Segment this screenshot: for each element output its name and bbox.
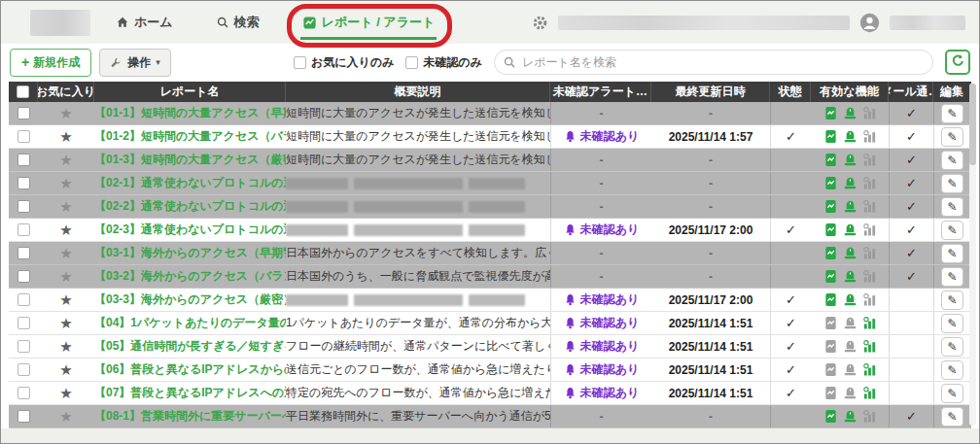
star-icon[interactable]: ★ bbox=[59, 199, 72, 214]
star-icon[interactable]: ★ bbox=[59, 129, 72, 144]
row-checkbox[interactable] bbox=[18, 270, 30, 283]
row-checkbox[interactable] bbox=[18, 107, 30, 120]
table-row[interactable]: ★【02-3】通常使わないプロトコルの通信未確認あり2025/11/17 2:0… bbox=[9, 219, 971, 242]
report-search-input[interactable] bbox=[494, 50, 933, 75]
star-icon[interactable]: ★ bbox=[59, 106, 72, 120]
row-select-cell[interactable] bbox=[9, 359, 38, 381]
row-checkbox[interactable] bbox=[18, 293, 30, 306]
star-icon[interactable]: ★ bbox=[59, 222, 72, 237]
gear-icon[interactable] bbox=[532, 15, 548, 31]
favorite-cell[interactable]: ★ bbox=[38, 312, 94, 334]
row-select-cell[interactable] bbox=[9, 102, 38, 124]
star-icon[interactable]: ★ bbox=[59, 176, 72, 190]
favorite-cell[interactable]: ★ bbox=[38, 382, 94, 404]
edit-button[interactable]: ✎ bbox=[941, 337, 963, 357]
row-checkbox[interactable] bbox=[18, 200, 30, 213]
star-icon[interactable]: ★ bbox=[59, 292, 72, 307]
row-select-cell[interactable] bbox=[9, 125, 38, 148]
edit-button[interactable]: ✎ bbox=[941, 197, 963, 217]
table-row[interactable]: ★【08-1】営業時間外に重要サーバーへ接続平日業務時間外に、重要サーバーへ向か… bbox=[9, 405, 971, 428]
favorite-cell[interactable]: ★ bbox=[38, 219, 94, 241]
row-select-cell[interactable] bbox=[9, 242, 38, 264]
table-row[interactable]: ★【02-1】通常使わないプロトコルの通信--✓✎ bbox=[9, 172, 971, 195]
star-icon[interactable]: ★ bbox=[59, 339, 72, 354]
edit-button[interactable]: ✎ bbox=[941, 314, 963, 333]
tab-search[interactable]: 検索 bbox=[216, 14, 260, 31]
edit-button[interactable]: ✎ bbox=[941, 360, 963, 380]
unconfirmed-only-checkbox[interactable] bbox=[405, 56, 418, 69]
favorite-cell[interactable]: ★ bbox=[38, 265, 94, 288]
star-icon[interactable]: ★ bbox=[59, 386, 72, 400]
edit-button[interactable]: ✎ bbox=[941, 244, 963, 263]
edit-button[interactable]: ✎ bbox=[941, 267, 963, 287]
actions-dropdown[interactable]: 操作 ▾ bbox=[99, 49, 171, 77]
report-name-link[interactable]: 【06】普段と異なるIPアドレスからの通信 bbox=[94, 359, 286, 381]
row-checkbox[interactable] bbox=[18, 363, 30, 376]
user-avatar-icon[interactable] bbox=[859, 13, 880, 33]
row-select-cell[interactable] bbox=[9, 172, 38, 194]
row-checkbox[interactable] bbox=[18, 410, 30, 423]
favorite-cell[interactable]: ★ bbox=[38, 242, 94, 264]
row-select-cell[interactable] bbox=[9, 312, 38, 334]
favorite-cell[interactable]: ★ bbox=[38, 335, 94, 358]
edit-button[interactable]: ✎ bbox=[941, 384, 963, 403]
row-checkbox[interactable] bbox=[18, 223, 30, 236]
edit-button[interactable]: ✎ bbox=[941, 127, 963, 147]
report-name-link[interactable]: 【05】通信時間が長すぎる／短すぎる bbox=[94, 335, 286, 358]
table-row[interactable]: ★【03-3】海外からのアクセス（厳密）未確認あり2025/11/17 2:00… bbox=[9, 289, 971, 312]
report-name-link[interactable]: 【01-2】短時間の大量アクセス（バランス bbox=[94, 125, 286, 148]
row-select-cell[interactable] bbox=[9, 289, 38, 311]
report-name-link[interactable]: 【03-2】海外からのアクセス（バランス） bbox=[94, 265, 286, 288]
row-checkbox[interactable] bbox=[18, 154, 30, 166]
favorite-cell[interactable]: ★ bbox=[38, 102, 94, 124]
row-select-cell[interactable] bbox=[9, 382, 38, 404]
star-icon[interactable]: ★ bbox=[59, 269, 72, 284]
table-row[interactable]: ★【01-1】短時間の大量アクセス（早期警戒短時間に大量のアクセスが発生した送信… bbox=[9, 102, 971, 125]
row-checkbox[interactable] bbox=[18, 387, 30, 399]
vertical-scrollbar[interactable] bbox=[969, 84, 976, 426]
row-checkbox[interactable] bbox=[18, 177, 30, 189]
report-name-link[interactable]: 【03-3】海外からのアクセス（厳密） bbox=[94, 289, 286, 311]
favorites-only-filter[interactable]: お気に入りのみ bbox=[294, 54, 394, 71]
favorite-cell[interactable]: ★ bbox=[38, 125, 94, 148]
row-checkbox[interactable] bbox=[18, 247, 30, 259]
favorite-cell[interactable]: ★ bbox=[38, 289, 94, 311]
report-name-link[interactable]: 【02-1】通常使わないプロトコルの通信 bbox=[94, 172, 286, 194]
edit-button[interactable]: ✎ bbox=[941, 174, 963, 193]
create-new-button[interactable]: + 新規作成 bbox=[10, 49, 91, 77]
star-icon[interactable]: ★ bbox=[59, 246, 72, 260]
tab-home[interactable]: ホーム bbox=[116, 14, 173, 31]
row-select-cell[interactable] bbox=[9, 219, 38, 241]
report-name-link[interactable]: 【04】1パケットあたりのデータ量の異常 bbox=[94, 312, 286, 334]
table-row[interactable]: ★【01-3】短時間の大量アクセス（厳密）短時間に大量のアクセスが発生した送信元… bbox=[9, 149, 971, 172]
table-row[interactable]: ★【05】通信時間が長すぎる／短すぎるフローの継続時間が、通常パターンに比べて著… bbox=[9, 335, 971, 359]
row-checkbox[interactable] bbox=[18, 340, 30, 353]
row-select-cell[interactable] bbox=[9, 335, 38, 358]
table-row[interactable]: ★【04】1パケットあたりのデータ量の異常1パケットあたりのデータ量が、通常の分… bbox=[9, 312, 971, 335]
report-name-link[interactable]: 【07】普段と異なるIPアドレスへの通信 bbox=[94, 382, 286, 404]
table-row[interactable]: ★【01-2】短時間の大量アクセス（バランス短時間に大量のアクセスが発生した送信… bbox=[9, 125, 971, 149]
table-row[interactable]: ★【07】普段と異なるIPアドレスへの通信特定の宛先へのフロー数が、通常値から急… bbox=[9, 382, 971, 405]
favorite-cell[interactable]: ★ bbox=[38, 149, 94, 171]
row-select-cell[interactable] bbox=[9, 195, 38, 218]
edit-button[interactable]: ✎ bbox=[941, 290, 963, 310]
tab-reports-alerts[interactable]: レポート / アラート bbox=[302, 14, 436, 31]
star-icon[interactable]: ★ bbox=[59, 316, 72, 330]
select-all-checkbox[interactable] bbox=[17, 85, 29, 98]
report-name-link[interactable]: 【02-2】通常使わないプロトコルの通信 bbox=[94, 195, 286, 218]
table-row[interactable]: ★【03-2】海外からのアクセス（バランス）日本国外のうち、一般に脅威観点で監視… bbox=[9, 265, 971, 289]
report-name-link[interactable]: 【08-1】営業時間外に重要サーバーへ接続 bbox=[94, 405, 286, 427]
star-icon[interactable]: ★ bbox=[59, 153, 72, 167]
row-checkbox[interactable] bbox=[18, 317, 30, 329]
table-row[interactable]: ★【02-2】通常使わないプロトコルの通信--✓✎ bbox=[9, 195, 971, 219]
edit-button[interactable]: ✎ bbox=[941, 151, 963, 170]
table-row[interactable]: ★【03-1】海外からのアクセス（早期警戒）日本国外からのアクセスをすべて検知し… bbox=[9, 242, 971, 265]
row-select-cell[interactable] bbox=[9, 149, 38, 171]
refresh-button[interactable] bbox=[945, 50, 970, 75]
report-name-link[interactable]: 【01-1】短時間の大量アクセス（早期警戒 bbox=[94, 102, 286, 124]
edit-button[interactable]: ✎ bbox=[941, 407, 963, 427]
row-select-cell[interactable] bbox=[9, 405, 38, 427]
report-name-link[interactable]: 【02-3】通常使わないプロトコルの通信 bbox=[94, 219, 286, 241]
row-checkbox[interactable] bbox=[18, 130, 30, 143]
favorite-cell[interactable]: ★ bbox=[38, 359, 94, 381]
